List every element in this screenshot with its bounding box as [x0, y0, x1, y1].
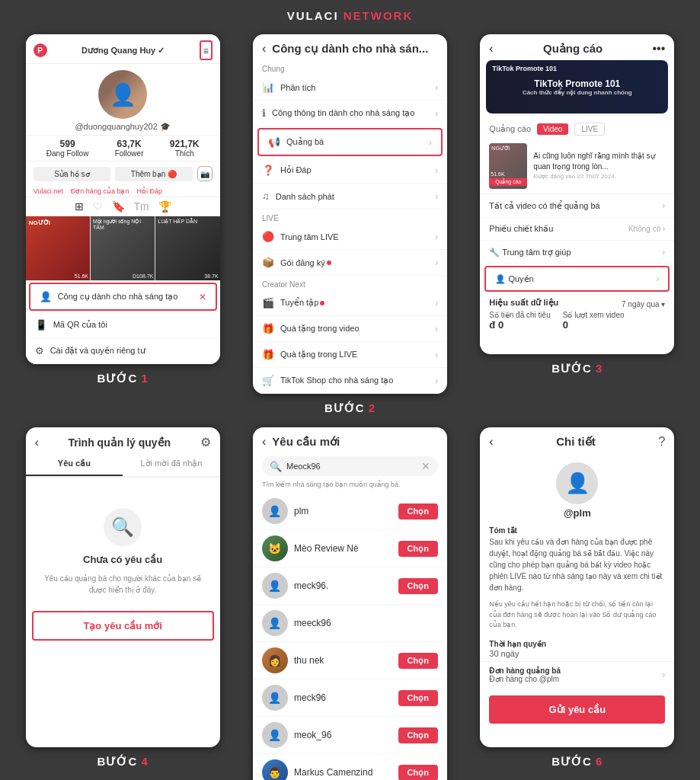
s3-help-center[interactable]: 🔧 Trung tâm trợ giúp ›	[480, 241, 674, 264]
s5-name-markus: Markus Camenzind	[294, 767, 392, 778]
s5-back-arrow[interactable]: ‹	[262, 435, 266, 449]
s6-order-label: Đơn hàng quảng bá	[489, 667, 561, 675]
s3-video-tab[interactable]: Video	[537, 123, 568, 135]
s1-thumb-1[interactable]: NGƯỜI 51.6K	[26, 216, 90, 280]
s5-user-thunek[interactable]: 👩 thu nek Chọn	[253, 642, 447, 679]
s4-tab-yeu-cau[interactable]: Yêu cầu	[26, 452, 123, 476]
s3-spend-val: đ 0	[489, 319, 550, 331]
s6-field-expiry: Thời hạn quyền 30 ngày	[480, 637, 674, 661]
s3-ad-card[interactable]: NGƯỜI 51.6K Quảng cáo Ai cũng luôn nghĩ …	[480, 139, 674, 194]
s5-user-meo[interactable]: 🐱 Mèo Review Nè Chọn	[253, 530, 447, 567]
s1-video-grid: NGƯỜI 51.6K Một người sống NỘI TÂM D108.…	[26, 216, 220, 280]
step3-label: BƯỚC 3	[551, 362, 603, 376]
settings-item[interactable]: ⚙ Cài đặt và quyền riêng tư	[26, 338, 220, 364]
hamburger-icon[interactable]: ≡	[200, 40, 213, 60]
ads-icon: 📢	[268, 136, 280, 148]
info-icon: ℹ	[262, 107, 266, 119]
s4-header: ‹ Trình quản lý quyền ⚙	[26, 427, 220, 452]
s3-quang-cao-label: Quảng cáo	[489, 124, 531, 134]
s3-spend-col: Số tiền đã chi tiêu đ 0	[489, 311, 550, 331]
brand-network: NETWORK	[344, 9, 414, 22]
s6-title: Chi tiết	[556, 435, 596, 449]
s1-thumb-2[interactable]: Một người sống NỘI TÂM D108.7K	[91, 216, 155, 280]
s6-help-icon[interactable]: ?	[658, 435, 665, 449]
s4-back-arrow[interactable]: ‹	[35, 436, 39, 449]
s3-back-arrow[interactable]: ‹	[489, 42, 493, 56]
step-5: ‹ Yêu cầu mới 🔍 Meock96 ✕ Tìm kiếm nhà s…	[242, 427, 457, 780]
s2-tuyen-tap[interactable]: 🎬Tuyển tập ›	[253, 290, 447, 316]
s3-help-arrow: ›	[662, 247, 665, 257]
s3-perf-period[interactable]: 7 ngày qua ▾	[622, 300, 665, 308]
s6-back-arrow[interactable]: ‹	[489, 435, 493, 449]
s4-gear-icon[interactable]: ⚙	[200, 435, 211, 449]
s3-live-tab[interactable]: LIVE	[574, 123, 605, 136]
step4-phone: ‹ Trình quản lý quyền ⚙ Yêu cầu Lời mời …	[26, 427, 220, 747]
s4-empty-desc: Yêu cầu quảng bá cho người khác của bạn …	[41, 573, 205, 596]
s5-avatar-meck96dot: 👤	[262, 573, 288, 599]
s5-user-meck96dot[interactable]: 👤 meck96. Chọn	[253, 567, 447, 605]
s4-tab-loi-moi[interactable]: Lời mời đã nhận	[123, 452, 220, 476]
s5-user-plm[interactable]: 👤 plm Chọn	[253, 493, 447, 530]
s3-all-videos[interactable]: Tất cả video có thể quảng bá ›	[480, 194, 674, 218]
s3-title: Quảng cáo	[543, 42, 603, 56]
step1-label: BƯỚC 1	[97, 372, 149, 385]
s3-views-val: 0	[563, 319, 625, 331]
create-request-button[interactable]: Tạo yêu cầu mới	[34, 612, 213, 639]
instagram-icon[interactable]: 📷	[197, 166, 213, 181]
add-friend-button[interactable]: Thêm bạn 🔴	[115, 167, 193, 181]
s1-topbar: P Dương Quang Huy ✓ ≡	[26, 34, 220, 64]
s3-header: ‹ Quảng cáo •••	[480, 34, 674, 60]
s2-back-arrow[interactable]: ‹	[262, 42, 266, 56]
s1-username: Dương Quang Huy ✓	[82, 46, 165, 56]
s6-submit-button[interactable]: Gửi yêu cầu	[489, 695, 665, 724]
s6-order-row[interactable]: Đơn hàng quảng bá Đơn hàng cho @plm ›	[480, 661, 674, 688]
s5-user-meck96[interactable]: 👤 meck96 Chọn	[253, 679, 447, 717]
s3-perf-cols: Số tiền đã chi tiêu đ 0 Số lượt xem vide…	[489, 311, 665, 331]
s5-chon-meck96dot[interactable]: Chọn	[398, 578, 438, 594]
s2-hoi-dap[interactable]: ❓Hỏi Đáp ›	[253, 158, 447, 184]
gift-live-icon: 🎁	[262, 349, 274, 360]
s4-title: Trình quản lý quyền	[68, 436, 171, 449]
s2-ttl-arrow: ›	[435, 232, 438, 242]
step2-label: BƯỚC 2	[324, 401, 376, 415]
s2-section-creator-next: Creator Next	[253, 276, 447, 290]
s2-trung-tam-live[interactable]: 🔴Trung tâm LIVE ›	[253, 224, 447, 250]
s5-user-meok96[interactable]: 👤 meok_96 Chọn	[253, 717, 447, 754]
s3-quyen[interactable]: 👤 Quyền ›	[484, 266, 670, 292]
s2-qua-tang-video[interactable]: 🎁Quà tặng trong video ›	[253, 316, 447, 342]
s5-user-meeck96[interactable]: 👤 meeck96	[253, 605, 447, 642]
s5-chon-thunek[interactable]: Chọn	[398, 653, 438, 669]
creator-tools-item[interactable]: 👤 Công cụ dành cho nhà sáng tạo ✕	[29, 283, 217, 311]
s5-chon-meo[interactable]: Chọn	[398, 541, 438, 557]
s2-danh-sach-phat[interactable]: ♫Danh sách phát ›	[253, 184, 447, 209]
s1-stats: 599 Đang Follow 63,7K Follower 921,7K Th…	[26, 135, 220, 161]
s5-chon-meok96[interactable]: Chọn	[398, 727, 438, 743]
s5-clear-icon[interactable]: ✕	[421, 460, 430, 472]
s2-phan-tich[interactable]: 📊Phân tích ›	[253, 75, 447, 101]
gift-video-icon: 🎁	[262, 323, 274, 334]
qr-code-item[interactable]: 📱 Mã QR của tôi	[26, 312, 220, 338]
s1-thumb-3[interactable]: LUẬT HẤP DẪN 38.7K	[155, 216, 219, 280]
step5-phone: ‹ Yêu cầu mới 🔍 Meock96 ✕ Tìm kiếm nhà s…	[253, 427, 447, 780]
s3-ad-thumbnail: NGƯỜI 51.6K Quảng cáo	[489, 143, 527, 189]
s6-header: ‹ Chi tiết ?	[480, 427, 674, 453]
s5-search-bar[interactable]: 🔍 Meock96 ✕	[262, 456, 438, 476]
s5-user-markus[interactable]: 👨 Markus Camenzind Chọn	[253, 754, 447, 780]
s5-chon-markus[interactable]: Chọn	[398, 765, 438, 781]
s2-quang-ba[interactable]: 📢Quảng bá ›	[257, 128, 443, 156]
dots-menu-icon[interactable]: •••	[653, 42, 666, 56]
s2-tiktok-shop[interactable]: 🛒TikTok Shop cho nhà sáng tạo ›	[253, 368, 447, 394]
edit-profile-button[interactable]: Sửa hồ sơ	[34, 167, 111, 181]
s5-name-meok96: meok_96	[294, 730, 392, 740]
s2-cong-thong-tin[interactable]: ℹCông thông tin dành cho nhà sáng tạo ›	[253, 101, 447, 126]
s6-expiry-val: 30 ngày	[489, 649, 665, 658]
s1-tabs: ⊞ ♡ 🔖 Tm 🏆	[26, 197, 220, 216]
s2-qua-tang-live[interactable]: 🎁Quà tặng trong LIVE ›	[253, 342, 447, 368]
creator-tools-icon: 👤	[40, 291, 52, 302]
s3-discount[interactable]: Phiếu chiết khấu Không có ›	[480, 218, 674, 241]
s2-section-chung: Chung	[253, 60, 447, 75]
settings-label: Cài đặt và quyền riêng tư	[50, 346, 145, 356]
s5-chon-meck96[interactable]: Chọn	[398, 690, 438, 706]
s5-chon-plm[interactable]: Chọn	[398, 503, 438, 519]
s2-goi-dang-ky[interactable]: 📦Gói đăng ký ›	[253, 250, 447, 276]
